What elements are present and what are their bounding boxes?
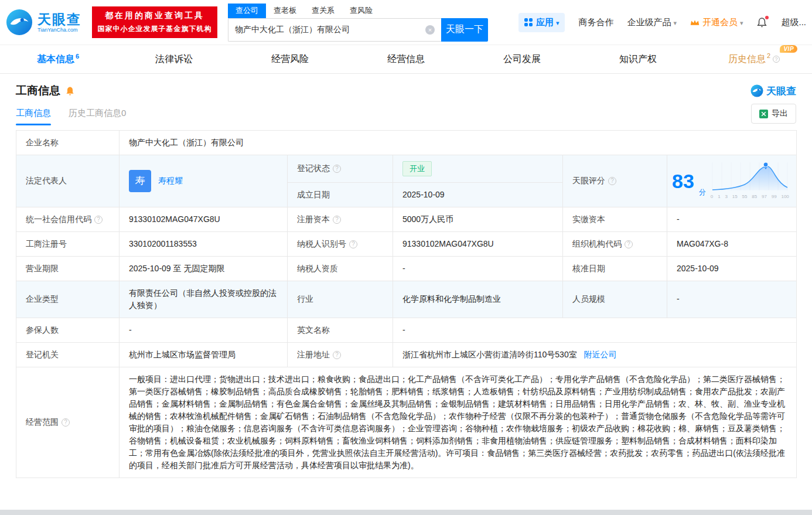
field-label-company-type: 企业类型 <box>16 281 120 318</box>
field-label-reg-authority: 登记机关 <box>16 342 120 367</box>
info-icon[interactable] <box>625 240 633 248</box>
table-row-legal-rep: 法定代表人 寿 寿程耀 登记状态 开业 天眼评分 83 分 <box>16 155 797 183</box>
field-value-staff-size: - <box>667 281 797 318</box>
info-icon[interactable] <box>333 165 341 173</box>
tab-operating-info[interactable]: 经营信息 <box>348 53 464 66</box>
notification-bell-icon[interactable] <box>756 17 767 28</box>
search-tab-company[interactable]: 查公司 <box>228 4 266 18</box>
clear-icon[interactable] <box>425 25 435 35</box>
field-label-paid-capital: 实缴资本 <box>563 207 667 231</box>
tab-count: 2 <box>767 52 770 59</box>
info-icon[interactable] <box>62 418 70 427</box>
field-label-staff-size: 人员规模 <box>563 281 667 318</box>
score-chart-ticks: 01 315 5585 9799 100 <box>711 193 789 200</box>
field-value-establish-date: 2025-10-09 <box>393 182 563 207</box>
tab-label: 公司发展 <box>503 54 541 64</box>
field-label-approval-date: 核准日期 <box>563 256 667 281</box>
field-label-english-name: 英文名称 <box>288 318 393 342</box>
apps-label: 应用 <box>536 17 559 28</box>
tab-label: 知识产权 <box>619 54 657 64</box>
header-right-links: 应用 商务合作 企业级产品 开通会员 超级... <box>518 13 806 32</box>
subtabs-row: 工商信息 历史工商信息0 导出 <box>0 102 812 125</box>
search-tab-risk[interactable]: 查风险 <box>342 4 380 18</box>
field-label-insured-count: 参保人数 <box>16 318 120 342</box>
table-row-reg-authority: 登记机关 杭州市上城区市场监督管理局 注册地址 浙江省杭州市上城区小营街道清吟街… <box>16 342 797 367</box>
tianyancha-watermark: 天眼查 <box>750 84 796 98</box>
info-icon[interactable] <box>349 240 357 248</box>
field-value-english-name: - <box>393 318 797 342</box>
field-label-reg-address: 注册地址 <box>288 342 393 367</box>
tab-label: 经营信息 <box>387 54 425 64</box>
legal-rep-avatar[interactable]: 寿 <box>129 170 151 192</box>
info-icon[interactable] <box>94 216 103 224</box>
tab-label: 经营风险 <box>271 54 309 64</box>
field-value-business-term: 2025-10-09 至 无固定期限 <box>120 256 288 281</box>
search-tab-boss[interactable]: 查老板 <box>266 4 304 18</box>
tianyancha-eye-icon <box>750 84 763 97</box>
tab-intellectual-property[interactable]: 知识产权 <box>580 53 696 66</box>
info-icon[interactable] <box>333 216 341 224</box>
field-label-credit-code: 统一社会信用代码 <box>16 207 120 231</box>
tab-basic-info[interactable]: 基本信息6 <box>0 53 116 66</box>
info-icon[interactable] <box>608 177 616 185</box>
score-distribution-chart: 01 315 5585 9799 100 <box>711 161 789 200</box>
tab-legal-proceedings[interactable]: 法律诉讼 <box>116 53 232 66</box>
export-button[interactable]: 导出 <box>751 104 796 124</box>
export-label: 导出 <box>772 108 788 119</box>
vip-membership-link[interactable]: 开通会员 <box>690 17 743 28</box>
table-row-credit-code: 统一社会信用代码 91330102MAG047XG8U 注册资本 5000万人民… <box>16 207 797 231</box>
info-icon[interactable] <box>333 351 341 359</box>
subscribe-bell-icon[interactable] <box>65 86 75 96</box>
tab-history-info[interactable]: 历史信息2 VIP <box>696 53 812 66</box>
search-button[interactable]: 天眼一下 <box>441 18 488 42</box>
search-tab-relation[interactable]: 查关系 <box>304 4 342 18</box>
company-nav-tabs: 基本信息6 法律诉讼 经营风险 经营信息 公司发展 知识产权 历史信息2 VIP <box>0 45 812 74</box>
vip-badge: VIP <box>780 45 797 53</box>
score-value: 83 <box>672 171 694 191</box>
field-value-insured-count: - <box>120 318 288 342</box>
apps-button[interactable]: 应用 <box>518 13 565 32</box>
field-value-reg-address: 浙江省杭州市上城区小营街道清吟街110号530室 附近公司 <box>393 342 797 367</box>
reg-address-text: 浙江省杭州市上城区小营街道清吟街110号530室 <box>402 350 577 359</box>
info-icon[interactable] <box>773 56 780 63</box>
business-info-table: 企业名称 物产中大化工（浙江）有限公司 法定代表人 寿 寿程耀 登记状态 开业 … <box>16 130 797 478</box>
tab-operating-risk[interactable]: 经营风险 <box>232 53 348 66</box>
business-cooperation-link[interactable]: 商务合作 <box>578 17 613 28</box>
field-label-score: 天眼评分 <box>563 155 667 207</box>
tab-company-development[interactable]: 公司发展 <box>464 53 580 66</box>
field-label-taxpayer-id: 纳税人识别号 <box>288 231 393 256</box>
promo-banner: 都在用的商业查询工具 国家中小企业发展子基金旗下机构 <box>92 6 217 38</box>
field-value-reg-capital: 5000万人民币 <box>393 207 563 231</box>
search-box <box>228 18 441 42</box>
field-value-reg-number: 330102001183553 <box>120 231 288 256</box>
user-menu[interactable]: 超级... <box>781 17 806 28</box>
search-input[interactable] <box>235 25 425 35</box>
page-bottom-edge <box>0 510 812 515</box>
field-label-establish-date: 成立日期 <box>288 182 393 207</box>
tianyancha-logo[interactable]: 天眼查 TianYanCha.com <box>6 9 81 36</box>
field-label-reg-status: 登记状态 <box>288 155 393 183</box>
field-value-company-name: 物产中大化工（浙江）有限公司 <box>120 131 797 155</box>
field-value-legal-rep: 寿 寿程耀 <box>120 155 288 207</box>
field-value-industry: 化学原料和化学制品制造业 <box>393 281 563 318</box>
enterprise-products-link[interactable]: 企业级产品 <box>627 17 677 28</box>
score-unit: 分 <box>699 187 706 197</box>
promo-line2: 国家中小企业发展子基金旗下机构 <box>98 24 212 34</box>
field-value-business-scope: 一般项目：进出口代理；货物进出口；技术进出口；粮食收购；食品进出口；化工产品销售… <box>120 367 797 478</box>
nearby-companies-link[interactable]: 附近公司 <box>584 350 617 359</box>
table-row-company-type: 企业类型 有限责任公司（非自然人投资或控股的法人独资） 行业 化学原料和化学制品… <box>16 281 797 318</box>
field-label-business-term: 营业期限 <box>16 256 120 281</box>
section-title: 工商信息 <box>16 83 60 98</box>
excel-icon <box>759 110 768 118</box>
status-badge: 开业 <box>402 161 432 176</box>
field-value-company-type: 有限责任公司（非自然人投资或控股的法人独资） <box>120 281 288 318</box>
search-area: 查公司 查老板 查关系 查风险 天眼一下 <box>228 4 488 42</box>
section-header: 工商信息 天眼查 <box>0 74 812 102</box>
legal-rep-link[interactable]: 寿程耀 <box>158 175 183 187</box>
field-label-taxpayer-qualification: 纳税人资质 <box>288 256 393 281</box>
field-label-legal-rep: 法定代表人 <box>16 155 120 207</box>
subtab-history-business-info[interactable]: 历史工商信息0 <box>69 108 126 125</box>
subtab-business-info[interactable]: 工商信息 <box>16 108 51 125</box>
crown-icon <box>690 19 700 26</box>
field-value-reg-status: 开业 <box>393 155 563 183</box>
